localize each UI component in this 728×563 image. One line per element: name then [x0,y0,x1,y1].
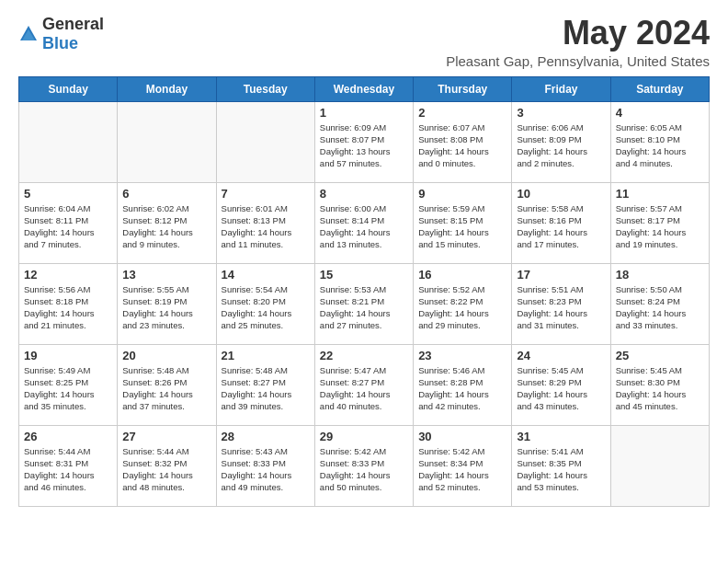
calendar-cell: 15Sunrise: 5:53 AM Sunset: 8:21 PM Dayli… [314,263,413,344]
day-number: 11 [616,187,704,201]
calendar-day-header: Friday [512,76,610,101]
calendar-cell: 23Sunrise: 5:46 AM Sunset: 8:28 PM Dayli… [414,344,512,425]
calendar-cell: 1Sunrise: 6:09 AM Sunset: 8:07 PM Daylig… [314,101,413,182]
calendar-cell: 4Sunrise: 6:05 AM Sunset: 8:10 PM Daylig… [610,101,709,182]
calendar-cell [216,101,314,182]
calendar-cell [118,101,216,182]
calendar-week-row: 5Sunrise: 6:04 AM Sunset: 8:11 PM Daylig… [19,182,710,263]
day-number: 5 [24,187,112,201]
day-content: Sunrise: 5:46 AM Sunset: 8:28 PM Dayligh… [418,364,506,413]
day-content: Sunrise: 6:07 AM Sunset: 8:08 PM Dayligh… [418,121,506,170]
calendar-cell: 24Sunrise: 5:45 AM Sunset: 8:29 PM Dayli… [512,344,610,425]
day-number: 25 [616,349,704,362]
calendar-day-header: Monday [118,76,216,101]
day-number: 3 [517,106,605,120]
calendar-day-header: Thursday [414,76,512,101]
day-content: Sunrise: 5:59 AM Sunset: 8:15 PM Dayligh… [418,202,506,251]
day-number: 14 [222,268,310,282]
calendar-cell: 21Sunrise: 5:48 AM Sunset: 8:27 PM Dayli… [216,344,314,425]
calendar-cell: 6Sunrise: 6:02 AM Sunset: 8:12 PM Daylig… [118,182,216,263]
logo-icon [18,24,39,44]
calendar-cell: 19Sunrise: 5:49 AM Sunset: 8:25 PM Dayli… [19,344,118,425]
calendar-week-row: 19Sunrise: 5:49 AM Sunset: 8:25 PM Dayli… [19,344,710,425]
calendar-cell: 5Sunrise: 6:04 AM Sunset: 8:11 PM Daylig… [19,182,118,263]
calendar-cell: 8Sunrise: 6:00 AM Sunset: 8:14 PM Daylig… [314,182,413,263]
calendar-cell: 28Sunrise: 5:43 AM Sunset: 8:33 PM Dayli… [216,425,314,506]
day-content: Sunrise: 5:56 AM Sunset: 8:18 PM Dayligh… [24,283,112,332]
calendar-cell [610,425,709,506]
day-content: Sunrise: 5:42 AM Sunset: 8:34 PM Dayligh… [418,445,506,494]
day-content: Sunrise: 5:41 AM Sunset: 8:35 PM Dayligh… [517,445,605,494]
calendar-cell: 26Sunrise: 5:44 AM Sunset: 8:31 PM Dayli… [19,425,118,506]
day-content: Sunrise: 6:00 AM Sunset: 8:14 PM Dayligh… [320,202,408,251]
day-content: Sunrise: 5:45 AM Sunset: 8:30 PM Dayligh… [616,364,704,413]
day-number: 31 [517,430,605,443]
title-block: May 2024 Pleasant Gap, Pennsylvania, Uni… [446,15,710,69]
day-number: 23 [418,349,506,362]
calendar-week-row: 12Sunrise: 5:56 AM Sunset: 8:18 PM Dayli… [19,263,710,344]
calendar-cell: 2Sunrise: 6:07 AM Sunset: 8:08 PM Daylig… [414,101,512,182]
day-number: 26 [24,430,112,443]
day-number: 22 [320,349,408,362]
day-number: 24 [517,349,605,362]
day-number: 19 [24,349,112,362]
day-number: 17 [517,268,605,282]
day-content: Sunrise: 5:45 AM Sunset: 8:29 PM Dayligh… [517,364,605,413]
day-number: 6 [122,187,210,201]
day-content: Sunrise: 5:50 AM Sunset: 8:24 PM Dayligh… [616,283,704,332]
day-number: 10 [517,187,605,201]
day-content: Sunrise: 5:43 AM Sunset: 8:33 PM Dayligh… [222,445,310,494]
calendar-week-row: 26Sunrise: 5:44 AM Sunset: 8:31 PM Dayli… [19,425,710,506]
day-number: 29 [320,430,408,443]
day-content: Sunrise: 5:57 AM Sunset: 8:17 PM Dayligh… [616,202,704,251]
day-content: Sunrise: 5:54 AM Sunset: 8:20 PM Dayligh… [222,283,310,332]
day-content: Sunrise: 5:55 AM Sunset: 8:19 PM Dayligh… [122,283,210,332]
logo: General Blue [18,15,104,53]
calendar-cell: 3Sunrise: 6:06 AM Sunset: 8:09 PM Daylig… [512,101,610,182]
calendar-cell: 9Sunrise: 5:59 AM Sunset: 8:15 PM Daylig… [414,182,512,263]
day-number: 18 [616,268,704,282]
calendar-cell: 31Sunrise: 5:41 AM Sunset: 8:35 PM Dayli… [512,425,610,506]
day-number: 4 [616,106,704,120]
day-content: Sunrise: 5:47 AM Sunset: 8:27 PM Dayligh… [320,364,408,413]
day-number: 15 [320,268,408,282]
month-title: May 2024 [446,15,710,52]
calendar-cell: 16Sunrise: 5:52 AM Sunset: 8:22 PM Dayli… [414,263,512,344]
calendar-table: SundayMondayTuesdayWednesdayThursdayFrid… [18,76,710,507]
calendar-cell: 22Sunrise: 5:47 AM Sunset: 8:27 PM Dayli… [314,344,413,425]
calendar-cell: 13Sunrise: 5:55 AM Sunset: 8:19 PM Dayli… [118,263,216,344]
calendar-cell: 10Sunrise: 5:58 AM Sunset: 8:16 PM Dayli… [512,182,610,263]
day-content: Sunrise: 5:51 AM Sunset: 8:23 PM Dayligh… [517,283,605,332]
day-number: 1 [320,106,408,120]
calendar-cell: 30Sunrise: 5:42 AM Sunset: 8:34 PM Dayli… [414,425,512,506]
calendar-day-header: Saturday [610,76,709,101]
calendar-cell: 20Sunrise: 5:48 AM Sunset: 8:26 PM Dayli… [118,344,216,425]
logo-text-blue: Blue [42,34,78,52]
day-content: Sunrise: 6:02 AM Sunset: 8:12 PM Dayligh… [122,202,210,251]
day-content: Sunrise: 5:44 AM Sunset: 8:32 PM Dayligh… [122,445,210,494]
calendar-day-header: Wednesday [314,76,413,101]
day-number: 7 [222,187,310,201]
calendar-cell: 11Sunrise: 5:57 AM Sunset: 8:17 PM Dayli… [610,182,709,263]
calendar-cell: 17Sunrise: 5:51 AM Sunset: 8:23 PM Dayli… [512,263,610,344]
day-number: 9 [418,187,506,201]
day-number: 13 [122,268,210,282]
page-header: General Blue May 2024 Pleasant Gap, Penn… [18,15,710,69]
calendar-day-header: Tuesday [216,76,314,101]
day-number: 12 [24,268,112,282]
calendar-cell: 18Sunrise: 5:50 AM Sunset: 8:24 PM Dayli… [610,263,709,344]
calendar-cell: 7Sunrise: 6:01 AM Sunset: 8:13 PM Daylig… [216,182,314,263]
calendar-cell: 12Sunrise: 5:56 AM Sunset: 8:18 PM Dayli… [19,263,118,344]
day-content: Sunrise: 6:04 AM Sunset: 8:11 PM Dayligh… [24,202,112,251]
calendar-cell [19,101,118,182]
calendar-cell: 14Sunrise: 5:54 AM Sunset: 8:20 PM Dayli… [216,263,314,344]
day-content: Sunrise: 5:49 AM Sunset: 8:25 PM Dayligh… [24,364,112,413]
calendar-cell: 27Sunrise: 5:44 AM Sunset: 8:32 PM Dayli… [118,425,216,506]
day-content: Sunrise: 5:48 AM Sunset: 8:27 PM Dayligh… [222,364,310,413]
day-number: 8 [320,187,408,201]
day-number: 20 [122,349,210,362]
day-content: Sunrise: 6:01 AM Sunset: 8:13 PM Dayligh… [222,202,310,251]
calendar-day-header: Sunday [19,76,118,101]
location-title: Pleasant Gap, Pennsylvania, United State… [446,53,710,69]
calendar-week-row: 1Sunrise: 6:09 AM Sunset: 8:07 PM Daylig… [19,101,710,182]
